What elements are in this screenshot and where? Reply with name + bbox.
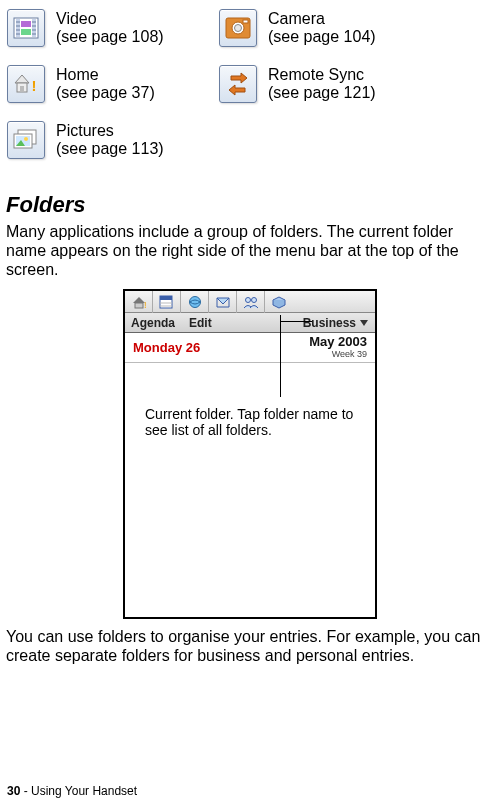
toolbar-globe-icon: [181, 291, 209, 313]
video-page: (see page 108): [56, 28, 218, 46]
home-name: Home: [56, 66, 218, 84]
folder-label: Business: [303, 316, 356, 330]
remote-label: Remote Sync (see page 121): [260, 64, 430, 102]
svg-point-35: [245, 297, 250, 302]
toolbar-box-icon: [265, 291, 293, 313]
date-day: Monday 26: [133, 340, 200, 355]
toolbar-contacts-icon: [237, 291, 265, 313]
pictures-label: Pictures (see page 113): [48, 120, 218, 158]
callout-line-vertical: [280, 315, 281, 397]
callout-text: Current folder. Tap folder name to see l…: [145, 406, 363, 438]
device-toolbar: !: [125, 291, 375, 313]
pictures-page: (see page 113): [56, 140, 218, 158]
home-icon: !: [6, 64, 46, 104]
svg-point-25: [24, 137, 28, 141]
svg-rect-30: [160, 296, 172, 300]
device-screenshot: ! Agenda: [123, 289, 377, 619]
document-page: Video (see page 108) Camera (see page 10…: [0, 0, 500, 810]
callout-line-horizontal: [280, 321, 312, 322]
home-label: Home (see page 37): [48, 64, 218, 102]
svg-text:!: !: [144, 300, 147, 309]
date-week: Week 39: [309, 348, 367, 360]
remote-sync-icon: [218, 64, 258, 104]
svg-rect-4: [21, 29, 31, 35]
paragraph-1: Many applications include a group of fol…: [6, 222, 494, 279]
home-page: (see page 37): [56, 84, 218, 102]
pictures-icon: [6, 120, 46, 160]
page-footer: 30 - Using Your Handset: [7, 784, 137, 798]
menu-agenda: Agenda: [131, 316, 175, 330]
page-number: 30: [7, 784, 20, 798]
current-folder: Business: [303, 316, 369, 330]
footer-label: - Using Your Handset: [20, 784, 137, 798]
camera-label: Camera (see page 104): [260, 8, 430, 46]
section-heading: Folders: [6, 192, 494, 218]
device-menubar: Agenda Edit Business: [125, 313, 375, 333]
camera-name: Camera: [268, 10, 430, 28]
paragraph-2: You can use folders to organise your ent…: [6, 627, 494, 665]
toolbar-calendar-icon: [153, 291, 181, 313]
toolbar-mail-icon: [209, 291, 237, 313]
app-icon-grid: Video (see page 108) Camera (see page 10…: [6, 8, 494, 168]
video-icon: [6, 8, 46, 48]
camera-page: (see page 104): [268, 28, 430, 46]
video-name: Video: [56, 10, 218, 28]
svg-point-33: [189, 296, 200, 307]
svg-rect-19: [20, 86, 24, 92]
menu-edit: Edit: [189, 316, 212, 330]
svg-point-15: [235, 25, 242, 32]
svg-rect-27: [135, 303, 143, 308]
date-row: Monday 26 May 2003 Week 39: [125, 333, 375, 363]
chevron-down-icon: [359, 319, 369, 327]
toolbar-home-icon: !: [125, 291, 153, 313]
pictures-name: Pictures: [56, 122, 218, 140]
svg-marker-38: [360, 320, 368, 326]
svg-marker-17: [15, 75, 29, 83]
date-month: May 2003: [309, 336, 367, 348]
svg-point-36: [251, 297, 256, 302]
svg-rect-3: [21, 21, 31, 27]
remote-page: (see page 121): [268, 84, 430, 102]
svg-text:!: !: [32, 77, 37, 94]
remote-name: Remote Sync: [268, 66, 430, 84]
camera-icon: [218, 8, 258, 48]
video-label: Video (see page 108): [48, 8, 218, 46]
svg-rect-16: [243, 20, 248, 23]
svg-marker-34: [217, 298, 229, 304]
